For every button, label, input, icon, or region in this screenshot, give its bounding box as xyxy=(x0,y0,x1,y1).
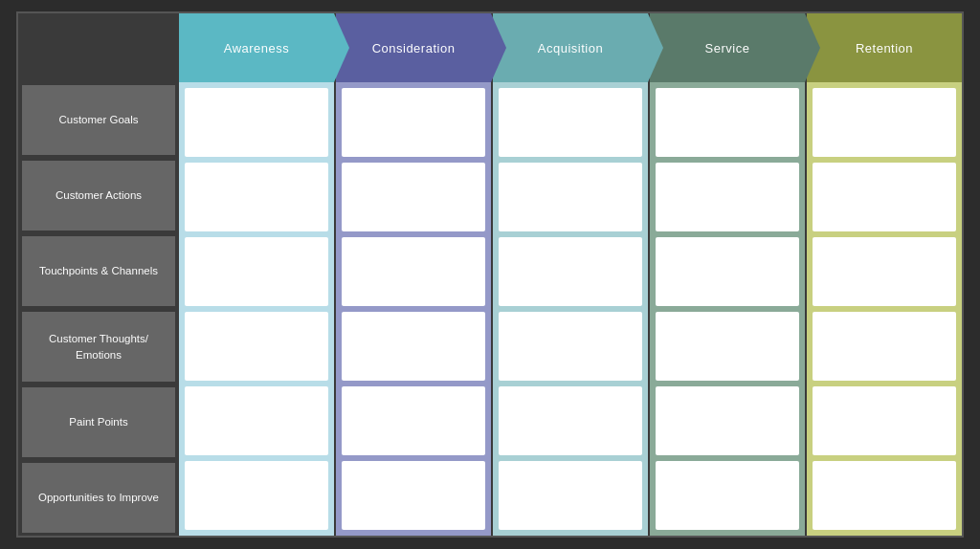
content-area: Customer Goals Customer Actions Touchpoi… xyxy=(18,82,962,536)
row-label-customer-thoughts: Customer Thoughts/ Emotions xyxy=(22,312,175,382)
cell-service-thoughts[interactable] xyxy=(656,312,799,381)
stage-header-awareness: Awareness xyxy=(179,13,334,82)
cell-consideration-opportunities[interactable] xyxy=(342,461,485,530)
cell-awareness-pain[interactable] xyxy=(185,386,328,455)
row-label-opportunities: Opportunities to Improve xyxy=(22,463,175,533)
cell-retention-touchpoints[interactable] xyxy=(813,237,956,306)
cell-consideration-pain[interactable] xyxy=(342,386,485,455)
row-label-pain-points: Paint Points xyxy=(22,387,175,457)
stage-col-service xyxy=(650,82,805,536)
row-label-touchpoints: Touchpoints & Channels xyxy=(22,236,175,306)
cell-acquisition-touchpoints[interactable] xyxy=(499,237,642,306)
cell-consideration-thoughts[interactable] xyxy=(342,312,485,381)
stage-col-consideration xyxy=(336,82,491,536)
stage-label-retention: Retention xyxy=(856,41,913,55)
cell-acquisition-goals[interactable] xyxy=(499,88,642,157)
cell-acquisition-actions[interactable] xyxy=(499,163,642,231)
cell-acquisition-pain[interactable] xyxy=(499,386,642,455)
cell-consideration-actions[interactable] xyxy=(342,163,485,231)
cell-service-pain[interactable] xyxy=(656,386,799,455)
cell-awareness-actions[interactable] xyxy=(185,163,328,231)
cell-service-opportunities[interactable] xyxy=(656,461,799,530)
cell-awareness-goals[interactable] xyxy=(185,88,328,157)
header-row: Awareness Consideration Acquisition Serv… xyxy=(18,13,962,82)
cell-retention-thoughts[interactable] xyxy=(813,312,956,381)
cell-acquisition-thoughts[interactable] xyxy=(499,312,642,381)
header-spacer xyxy=(18,13,179,82)
cell-acquisition-opportunities[interactable] xyxy=(499,461,642,530)
stage-header-acquisition: Acquisition xyxy=(493,13,648,82)
cell-service-actions[interactable] xyxy=(656,163,799,231)
cell-awareness-thoughts[interactable] xyxy=(185,312,328,381)
cell-retention-pain[interactable] xyxy=(813,386,956,455)
stage-label-service: Service xyxy=(705,41,750,55)
stage-header-consideration: Consideration xyxy=(336,13,491,82)
cell-awareness-opportunities[interactable] xyxy=(185,461,328,530)
cell-service-touchpoints[interactable] xyxy=(656,237,799,306)
row-label-customer-actions: Customer Actions xyxy=(22,161,175,231)
cell-consideration-touchpoints[interactable] xyxy=(342,237,485,306)
stage-col-acquisition xyxy=(493,82,648,536)
cell-retention-opportunities[interactable] xyxy=(813,461,956,530)
cell-consideration-goals[interactable] xyxy=(342,88,485,157)
row-labels: Customer Goals Customer Actions Touchpoi… xyxy=(18,82,179,536)
stage-label-acquisition: Acquisition xyxy=(538,41,603,55)
stage-col-awareness xyxy=(179,82,334,536)
cell-service-goals[interactable] xyxy=(656,88,799,157)
cell-awareness-touchpoints[interactable] xyxy=(185,237,328,306)
journey-map: Awareness Consideration Acquisition Serv… xyxy=(16,11,964,538)
stage-columns xyxy=(179,82,962,536)
stage-col-retention xyxy=(807,82,962,536)
stage-header-service: Service xyxy=(650,13,805,82)
stage-header-retention: Retention xyxy=(807,13,962,82)
stage-label-awareness: Awareness xyxy=(224,41,290,55)
cell-retention-goals[interactable] xyxy=(813,88,956,157)
stage-label-consideration: Consideration xyxy=(372,41,456,55)
row-label-customer-goals: Customer Goals xyxy=(22,85,175,155)
cell-retention-actions[interactable] xyxy=(813,163,956,231)
